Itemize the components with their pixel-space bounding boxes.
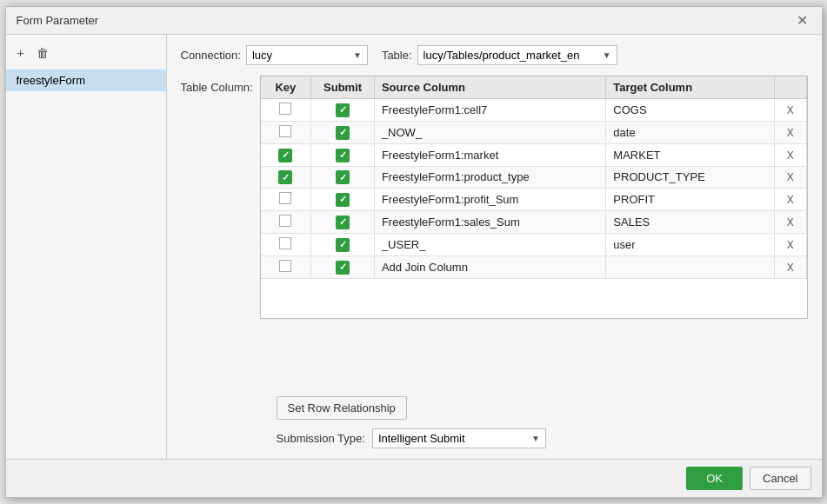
- add-form-button[interactable]: +: [13, 43, 29, 63]
- key-unchecked-icon[interactable]: [279, 260, 291, 272]
- delete-row-button[interactable]: X: [787, 216, 794, 229]
- cell-key[interactable]: [261, 256, 311, 279]
- sidebar-toolbar: + 🗑: [6, 42, 166, 70]
- main-content: Connection: lucy ▼ Table: lucy/Tables/pr…: [167, 35, 822, 459]
- delete-row-button[interactable]: X: [787, 127, 794, 139]
- cell-delete[interactable]: X: [775, 99, 806, 122]
- cell-delete[interactable]: X: [775, 234, 806, 256]
- table-label: Table:: [382, 49, 412, 62]
- submit-checked-icon[interactable]: ✓: [336, 238, 350, 252]
- cell-delete[interactable]: X: [775, 189, 806, 211]
- key-unchecked-icon[interactable]: [279, 215, 291, 227]
- connection-label: Connection:: [181, 49, 241, 62]
- delete-form-button[interactable]: 🗑: [32, 43, 53, 63]
- cell-key[interactable]: ✓: [261, 144, 311, 167]
- cell-target: [606, 256, 775, 279]
- table-arrow: ▼: [603, 50, 611, 60]
- delete-row-button[interactable]: X: [787, 149, 794, 162]
- table-row: ✓Add Join ColumnX: [261, 256, 806, 279]
- cell-delete[interactable]: X: [775, 166, 806, 189]
- cell-source: _NOW_: [374, 122, 605, 144]
- cell-submit[interactable]: ✓: [311, 99, 375, 122]
- key-unchecked-icon[interactable]: [279, 125, 291, 137]
- delete-row-button[interactable]: X: [787, 239, 794, 251]
- cell-target: MARKET: [606, 144, 775, 167]
- delete-row-button[interactable]: X: [787, 171, 794, 183]
- header-submit: Submit: [311, 76, 375, 99]
- header-source: Source Column: [374, 76, 605, 99]
- cell-source: FreestyleForm1:profit_Sum: [374, 189, 605, 211]
- cell-key[interactable]: [261, 211, 311, 234]
- sidebar: + 🗑 freestyleForm: [6, 35, 167, 459]
- close-button[interactable]: ✕: [793, 12, 811, 29]
- table-row: ✓✓FreestyleForm1:product_typePRODUCT_TYP…: [261, 166, 806, 189]
- cell-key[interactable]: [261, 99, 311, 122]
- cell-delete[interactable]: X: [775, 122, 806, 144]
- cell-source: FreestyleForm1:sales_Sum: [374, 211, 605, 234]
- cell-target: PROFIT: [606, 189, 775, 211]
- delete-row-button[interactable]: X: [787, 104, 794, 116]
- top-row: Connection: lucy ▼ Table: lucy/Tables/pr…: [181, 45, 808, 65]
- connection-dropdown[interactable]: lucy ▼: [246, 45, 368, 65]
- title-bar: Form Parameter ✕: [6, 7, 822, 35]
- ok-button[interactable]: OK: [686, 467, 743, 490]
- submit-checked-icon[interactable]: ✓: [336, 103, 350, 117]
- cell-submit[interactable]: ✓: [311, 122, 375, 144]
- key-checked-icon[interactable]: ✓: [278, 170, 292, 184]
- submit-checked-icon[interactable]: ✓: [336, 261, 350, 275]
- submission-row: Submission Type: Intelligent Submit ▼: [277, 428, 808, 448]
- submit-checked-icon[interactable]: ✓: [336, 193, 350, 207]
- delete-row-button[interactable]: X: [787, 194, 794, 206]
- submit-checked-icon[interactable]: ✓: [336, 149, 350, 162]
- cancel-button[interactable]: Cancel: [750, 467, 810, 490]
- columns-table: Key Submit Source Column Target Column ✓…: [261, 76, 807, 279]
- dialog-footer: OK Cancel: [6, 459, 822, 497]
- set-row-relationship-button[interactable]: Set Row Relationship: [277, 396, 407, 420]
- sidebar-item-freestyleform[interactable]: freestyleForm: [6, 70, 166, 91]
- table-column-label: Table Column:: [181, 76, 253, 94]
- table-row: ✓_NOW_dateX: [261, 122, 806, 144]
- cell-target: SALES: [606, 211, 775, 234]
- cell-key[interactable]: [261, 122, 311, 144]
- cell-source: FreestyleForm1:product_type: [374, 166, 605, 189]
- cell-key[interactable]: [261, 189, 311, 211]
- connection-group: Connection: lucy ▼: [181, 45, 368, 65]
- submission-type-value: Intelligent Submit: [378, 432, 465, 445]
- cell-delete[interactable]: X: [775, 256, 806, 279]
- table-header-row: Key Submit Source Column Target Column: [261, 76, 806, 99]
- cell-delete[interactable]: X: [775, 144, 806, 167]
- cell-delete[interactable]: X: [775, 211, 806, 234]
- form-parameter-dialog: Form Parameter ✕ + 🗑 freestyleForm Conne…: [5, 6, 823, 498]
- key-unchecked-icon[interactable]: [279, 103, 291, 115]
- table-row: ✓FreestyleForm1:profit_SumPROFITX: [261, 189, 806, 211]
- cell-source: Add Join Column: [374, 256, 605, 279]
- table-value: lucy/Tables/product_market_en: [424, 49, 580, 62]
- cell-submit[interactable]: ✓: [311, 211, 375, 234]
- cell-key[interactable]: [261, 234, 311, 256]
- table-column-section: Table Column: Key Submit Source Column T…: [181, 76, 808, 389]
- table-row: ✓FreestyleForm1:sales_SumSALESX: [261, 211, 806, 234]
- cell-submit[interactable]: ✓: [311, 234, 375, 256]
- submit-checked-icon[interactable]: ✓: [336, 126, 350, 140]
- cell-submit[interactable]: ✓: [311, 189, 375, 211]
- delete-row-button[interactable]: X: [787, 262, 794, 274]
- cell-target: user: [606, 234, 775, 256]
- cell-target: COGS: [606, 99, 775, 122]
- submission-type-arrow: ▼: [531, 434, 540, 443]
- key-checked-icon[interactable]: ✓: [278, 149, 292, 162]
- table-row: ✓FreestyleForm1:cell7COGSX: [261, 99, 806, 122]
- cell-submit[interactable]: ✓: [311, 166, 375, 189]
- cell-submit[interactable]: ✓: [311, 144, 375, 167]
- cell-submit[interactable]: ✓: [311, 256, 375, 279]
- submit-checked-icon[interactable]: ✓: [336, 170, 350, 184]
- columns-table-container: Key Submit Source Column Target Column ✓…: [260, 76, 808, 319]
- cell-key[interactable]: ✓: [261, 166, 311, 189]
- submission-type-dropdown[interactable]: Intelligent Submit ▼: [372, 428, 546, 448]
- key-unchecked-icon[interactable]: [279, 192, 291, 204]
- key-unchecked-icon[interactable]: [279, 237, 291, 249]
- table-dropdown[interactable]: lucy/Tables/product_market_en ▼: [417, 45, 617, 65]
- table-row: ✓✓FreestyleForm1:marketMARKETX: [261, 144, 806, 167]
- cell-target: PRODUCT_TYPE: [606, 166, 775, 189]
- cell-source: FreestyleForm1:market: [374, 144, 605, 167]
- submit-checked-icon[interactable]: ✓: [336, 216, 350, 229]
